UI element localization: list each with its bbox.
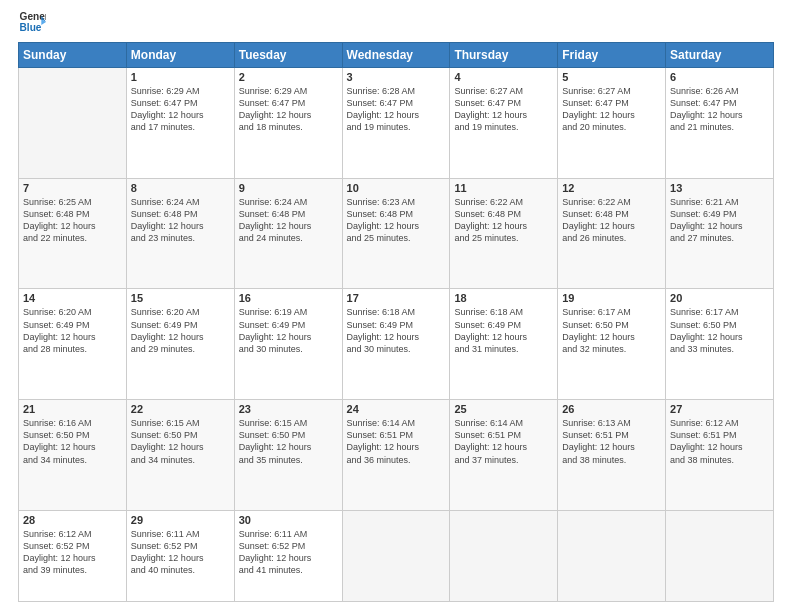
calendar-cell: 15Sunrise: 6:20 AM Sunset: 6:49 PM Dayli… [126,289,234,400]
day-of-week-header: Monday [126,43,234,68]
day-number: 26 [562,403,661,415]
day-info: Sunrise: 6:18 AM Sunset: 6:49 PM Dayligh… [347,306,446,355]
day-info: Sunrise: 6:15 AM Sunset: 6:50 PM Dayligh… [239,417,338,466]
day-info: Sunrise: 6:27 AM Sunset: 6:47 PM Dayligh… [562,85,661,134]
day-of-week-header: Saturday [666,43,774,68]
day-number: 25 [454,403,553,415]
day-number: 28 [23,514,122,526]
calendar-week-row: 28Sunrise: 6:12 AM Sunset: 6:52 PM Dayli… [19,510,774,601]
day-info: Sunrise: 6:19 AM Sunset: 6:49 PM Dayligh… [239,306,338,355]
calendar-cell: 17Sunrise: 6:18 AM Sunset: 6:49 PM Dayli… [342,289,450,400]
logo: General Blue [18,10,46,36]
calendar-cell: 12Sunrise: 6:22 AM Sunset: 6:48 PM Dayli… [558,178,666,289]
day-of-week-header: Tuesday [234,43,342,68]
day-number: 1 [131,71,230,83]
calendar-cell [666,510,774,601]
svg-text:Blue: Blue [20,22,42,33]
day-info: Sunrise: 6:20 AM Sunset: 6:49 PM Dayligh… [131,306,230,355]
day-info: Sunrise: 6:29 AM Sunset: 6:47 PM Dayligh… [239,85,338,134]
calendar-cell: 26Sunrise: 6:13 AM Sunset: 6:51 PM Dayli… [558,400,666,511]
day-number: 3 [347,71,446,83]
calendar-cell [558,510,666,601]
day-info: Sunrise: 6:11 AM Sunset: 6:52 PM Dayligh… [131,528,230,577]
day-number: 16 [239,292,338,304]
day-number: 2 [239,71,338,83]
calendar-cell: 6Sunrise: 6:26 AM Sunset: 6:47 PM Daylig… [666,68,774,179]
calendar-cell: 2Sunrise: 6:29 AM Sunset: 6:47 PM Daylig… [234,68,342,179]
day-of-week-header: Sunday [19,43,127,68]
calendar-cell: 14Sunrise: 6:20 AM Sunset: 6:49 PM Dayli… [19,289,127,400]
day-info: Sunrise: 6:17 AM Sunset: 6:50 PM Dayligh… [562,306,661,355]
day-info: Sunrise: 6:17 AM Sunset: 6:50 PM Dayligh… [670,306,769,355]
calendar-cell: 24Sunrise: 6:14 AM Sunset: 6:51 PM Dayli… [342,400,450,511]
logo-icon: General Blue [18,8,46,36]
day-info: Sunrise: 6:14 AM Sunset: 6:51 PM Dayligh… [347,417,446,466]
day-number: 11 [454,182,553,194]
calendar-cell: 16Sunrise: 6:19 AM Sunset: 6:49 PM Dayli… [234,289,342,400]
day-number: 9 [239,182,338,194]
day-number: 29 [131,514,230,526]
day-info: Sunrise: 6:12 AM Sunset: 6:51 PM Dayligh… [670,417,769,466]
calendar-cell: 13Sunrise: 6:21 AM Sunset: 6:49 PM Dayli… [666,178,774,289]
day-number: 18 [454,292,553,304]
day-info: Sunrise: 6:16 AM Sunset: 6:50 PM Dayligh… [23,417,122,466]
calendar-cell: 4Sunrise: 6:27 AM Sunset: 6:47 PM Daylig… [450,68,558,179]
page-header: General Blue [18,10,774,36]
day-number: 30 [239,514,338,526]
calendar-cell: 1Sunrise: 6:29 AM Sunset: 6:47 PM Daylig… [126,68,234,179]
day-number: 6 [670,71,769,83]
day-number: 15 [131,292,230,304]
calendar-cell: 20Sunrise: 6:17 AM Sunset: 6:50 PM Dayli… [666,289,774,400]
calendar-cell: 9Sunrise: 6:24 AM Sunset: 6:48 PM Daylig… [234,178,342,289]
calendar-cell: 22Sunrise: 6:15 AM Sunset: 6:50 PM Dayli… [126,400,234,511]
day-info: Sunrise: 6:24 AM Sunset: 6:48 PM Dayligh… [239,196,338,245]
calendar-cell: 5Sunrise: 6:27 AM Sunset: 6:47 PM Daylig… [558,68,666,179]
day-number: 10 [347,182,446,194]
day-info: Sunrise: 6:22 AM Sunset: 6:48 PM Dayligh… [454,196,553,245]
day-number: 23 [239,403,338,415]
calendar-body: 1Sunrise: 6:29 AM Sunset: 6:47 PM Daylig… [19,68,774,602]
calendar-cell [19,68,127,179]
day-info: Sunrise: 6:13 AM Sunset: 6:51 PM Dayligh… [562,417,661,466]
calendar-cell: 3Sunrise: 6:28 AM Sunset: 6:47 PM Daylig… [342,68,450,179]
calendar-cell [450,510,558,601]
calendar-cell: 30Sunrise: 6:11 AM Sunset: 6:52 PM Dayli… [234,510,342,601]
day-number: 24 [347,403,446,415]
day-number: 7 [23,182,122,194]
day-number: 21 [23,403,122,415]
day-info: Sunrise: 6:28 AM Sunset: 6:47 PM Dayligh… [347,85,446,134]
calendar-cell: 25Sunrise: 6:14 AM Sunset: 6:51 PM Dayli… [450,400,558,511]
calendar-cell: 18Sunrise: 6:18 AM Sunset: 6:49 PM Dayli… [450,289,558,400]
calendar-week-row: 7Sunrise: 6:25 AM Sunset: 6:48 PM Daylig… [19,178,774,289]
calendar-cell: 11Sunrise: 6:22 AM Sunset: 6:48 PM Dayli… [450,178,558,289]
calendar-cell: 28Sunrise: 6:12 AM Sunset: 6:52 PM Dayli… [19,510,127,601]
day-info: Sunrise: 6:15 AM Sunset: 6:50 PM Dayligh… [131,417,230,466]
calendar-cell: 8Sunrise: 6:24 AM Sunset: 6:48 PM Daylig… [126,178,234,289]
calendar-cell: 23Sunrise: 6:15 AM Sunset: 6:50 PM Dayli… [234,400,342,511]
day-info: Sunrise: 6:20 AM Sunset: 6:49 PM Dayligh… [23,306,122,355]
day-number: 13 [670,182,769,194]
calendar-cell: 29Sunrise: 6:11 AM Sunset: 6:52 PM Dayli… [126,510,234,601]
day-info: Sunrise: 6:26 AM Sunset: 6:47 PM Dayligh… [670,85,769,134]
calendar-header-row: SundayMondayTuesdayWednesdayThursdayFrid… [19,43,774,68]
day-number: 22 [131,403,230,415]
day-number: 14 [23,292,122,304]
calendar-week-row: 14Sunrise: 6:20 AM Sunset: 6:49 PM Dayli… [19,289,774,400]
calendar-cell: 19Sunrise: 6:17 AM Sunset: 6:50 PM Dayli… [558,289,666,400]
day-info: Sunrise: 6:24 AM Sunset: 6:48 PM Dayligh… [131,196,230,245]
calendar-week-row: 1Sunrise: 6:29 AM Sunset: 6:47 PM Daylig… [19,68,774,179]
day-of-week-header: Thursday [450,43,558,68]
day-info: Sunrise: 6:27 AM Sunset: 6:47 PM Dayligh… [454,85,553,134]
day-number: 19 [562,292,661,304]
day-info: Sunrise: 6:23 AM Sunset: 6:48 PM Dayligh… [347,196,446,245]
calendar-table: SundayMondayTuesdayWednesdayThursdayFrid… [18,42,774,602]
calendar-cell: 21Sunrise: 6:16 AM Sunset: 6:50 PM Dayli… [19,400,127,511]
day-number: 17 [347,292,446,304]
day-info: Sunrise: 6:22 AM Sunset: 6:48 PM Dayligh… [562,196,661,245]
day-number: 5 [562,71,661,83]
calendar-cell: 7Sunrise: 6:25 AM Sunset: 6:48 PM Daylig… [19,178,127,289]
day-number: 12 [562,182,661,194]
day-of-week-header: Wednesday [342,43,450,68]
day-info: Sunrise: 6:25 AM Sunset: 6:48 PM Dayligh… [23,196,122,245]
day-info: Sunrise: 6:12 AM Sunset: 6:52 PM Dayligh… [23,528,122,577]
